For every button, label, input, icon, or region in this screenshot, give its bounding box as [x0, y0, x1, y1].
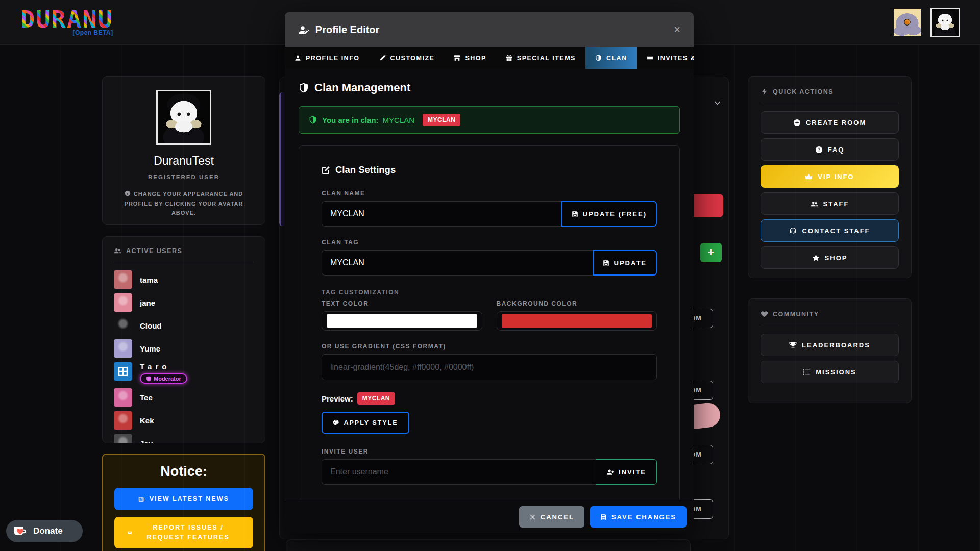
clan-name-group: UPDATE (FREE) — [322, 201, 657, 227]
user-name-and-badge: Taro Moderator — [140, 362, 187, 384]
user-row[interactable]: tama — [114, 270, 254, 289]
clan-management-heading: Clan Management — [299, 81, 680, 94]
tab-shop[interactable]: SHOP — [444, 47, 496, 69]
background-color-label: BACKGROUND COLOR — [497, 300, 657, 307]
clan-settings-title: Clan Settings — [335, 164, 396, 176]
invite-user-group: INVITE — [322, 459, 657, 485]
info-icon — [125, 190, 131, 196]
user-avatar — [114, 339, 132, 358]
apply-style-button[interactable]: APPLY STYLE — [322, 412, 409, 434]
gradient-input[interactable] — [322, 354, 657, 380]
header-avatar-eye[interactable] — [893, 8, 922, 37]
headset-icon — [789, 227, 797, 235]
user-row[interactable]: Jay — [114, 434, 254, 443]
save-changes-button[interactable]: SAVE CHANGES — [590, 506, 687, 528]
save-icon — [603, 260, 609, 266]
envelope-icon — [128, 530, 132, 536]
donate-button[interactable]: Donate — [6, 520, 83, 542]
update-clan-name-button[interactable]: UPDATE (FREE) — [561, 201, 657, 227]
invite-username-input[interactable] — [322, 459, 596, 485]
preview-label: Preview: — [322, 394, 353, 403]
vip-info-label: VIP INFO — [818, 173, 854, 181]
vip-info-button[interactable]: VIP INFO — [761, 165, 899, 188]
users-group-icon — [114, 247, 121, 255]
user-name: Jay — [140, 439, 153, 444]
create-room-button[interactable]: CREATE ROOM — [761, 111, 899, 134]
user-avatar — [114, 316, 132, 335]
user-row[interactable]: Tee — [114, 388, 254, 407]
user-name: jane — [140, 298, 155, 307]
tab-customize[interactable]: CUSTOMIZE — [370, 47, 445, 69]
quick-actions-header: QUICK ACTIONS — [761, 88, 899, 95]
modal-title: Profile Editor — [298, 24, 379, 36]
rooms-add-button[interactable]: + — [700, 243, 722, 262]
report-issues-label: REPORT ISSUES / REQUEST FEATURES — [136, 523, 240, 542]
tab-label: SPECIAL ITEMS — [517, 55, 576, 62]
active-users-title: ACTIVE USERS — [126, 247, 182, 255]
user-row-moderator[interactable]: Taro Moderator — [114, 362, 254, 384]
shop-button[interactable]: SHOP — [761, 246, 899, 269]
clan-tag-input[interactable] — [322, 250, 593, 276]
text-color-picker[interactable] — [322, 311, 482, 331]
app-root: DURANU [Open BETA] + OM OM OM OM DuranuT… — [0, 0, 980, 551]
user-avatar — [114, 362, 132, 381]
profile-role: REGISTERED USER — [115, 174, 253, 180]
apply-style-label: APPLY STYLE — [344, 419, 398, 427]
staff-button[interactable]: STAFF — [761, 192, 899, 215]
user-row[interactable]: Yume — [114, 339, 254, 358]
banner-clan-name: MYCLAN — [383, 116, 415, 124]
save-icon — [600, 514, 607, 520]
background-color-picker[interactable] — [497, 311, 657, 331]
chevron-down-icon[interactable] — [714, 99, 721, 108]
clan-tag-group: UPDATE — [322, 250, 657, 276]
cancel-button[interactable]: CANCEL — [519, 506, 584, 528]
moderator-badge: Moderator — [140, 373, 187, 384]
profile-name: DuranuTest — [115, 154, 253, 168]
user-row[interactable]: Kek — [114, 411, 254, 430]
preview-tag-badge: MYCLAN — [357, 392, 395, 405]
clan-name-input[interactable] — [322, 201, 561, 227]
user-avatar — [114, 388, 132, 407]
heart-icon — [16, 528, 24, 535]
tab-label: INVITES & KEYS — [658, 55, 694, 62]
tab-invites-keys[interactable]: INVITES & KEYS — [637, 47, 694, 69]
active-users-header: ACTIVE USERS — [114, 247, 254, 255]
contact-staff-button[interactable]: CONTACT STAFF — [761, 219, 899, 242]
leaderboards-label: LEADERBOARDS — [802, 341, 870, 349]
palette-icon — [333, 419, 339, 426]
text-color-field: TEXT COLOR — [322, 300, 482, 331]
user-row[interactable]: jane — [114, 293, 254, 312]
site-logo[interactable]: DURANU [Open BETA] — [20, 7, 113, 36]
modal-title-text: Profile Editor — [315, 24, 380, 36]
view-latest-news-label: VIEW LATEST NEWS — [150, 495, 229, 503]
report-issues-button[interactable]: REPORT ISSUES / REQUEST FEATURES — [114, 517, 253, 548]
pen-icon — [379, 55, 386, 61]
missions-button[interactable]: MISSIONS — [761, 361, 899, 383]
update-label: UPDATE — [614, 259, 647, 267]
modal-footer: CANCEL SAVE CHANGES — [285, 500, 694, 533]
tab-profile-info[interactable]: PROFILE INFO — [285, 47, 370, 69]
create-room-label: CREATE ROOM — [806, 119, 867, 127]
user-row[interactable]: Cloud — [114, 316, 254, 335]
close-icon[interactable]: × — [674, 24, 680, 35]
invite-button[interactable]: INVITE — [596, 459, 657, 485]
tab-label: CUSTOMIZE — [390, 55, 435, 62]
header-avatar-user[interactable] — [930, 8, 960, 37]
update-clan-tag-button[interactable]: UPDATE — [593, 250, 657, 276]
heart-icon — [761, 310, 768, 318]
profile-avatar[interactable] — [156, 90, 211, 145]
tag-customization-label: TAG CUSTOMIZATION — [322, 289, 657, 296]
clan-name-label: CLAN NAME — [322, 190, 657, 197]
user-name: Taro — [140, 362, 170, 371]
leaderboards-button[interactable]: LEADERBOARDS — [761, 334, 899, 356]
text-color-swatch — [327, 314, 477, 328]
tab-clan[interactable]: CLAN — [585, 47, 637, 69]
save-icon — [572, 211, 578, 217]
tab-special-items[interactable]: SPECIAL ITEMS — [496, 47, 585, 69]
person-icon — [295, 55, 301, 61]
view-latest-news-button[interactable]: VIEW LATEST NEWS — [114, 488, 253, 510]
tab-label: PROFILE INFO — [306, 55, 360, 62]
faq-button[interactable]: FAQ — [761, 138, 899, 161]
user-name: Yume — [140, 344, 160, 353]
crown-icon — [805, 173, 813, 181]
